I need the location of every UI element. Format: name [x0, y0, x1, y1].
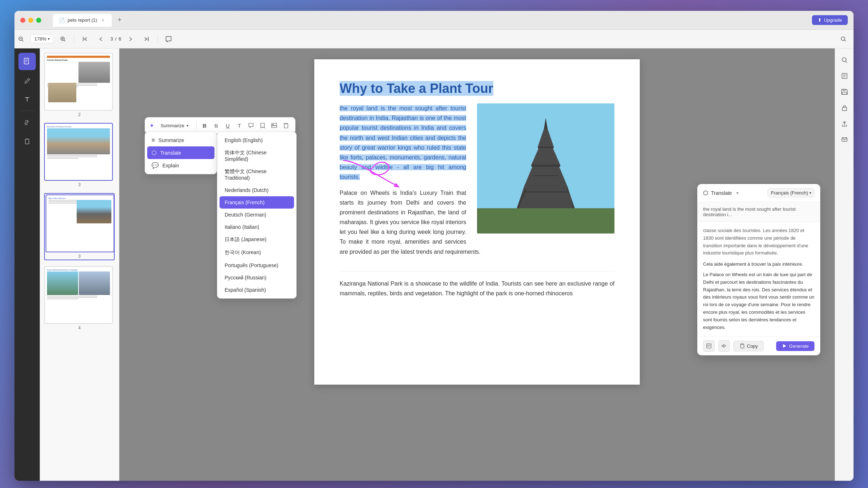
body-paragraph-3: Kaziranga National Park is a showcase to…	[340, 279, 614, 298]
svg-rect-32	[284, 124, 288, 128]
thumbnail-page-4[interactable]: Improve Working Productivity in Using Ap…	[44, 266, 115, 330]
translation-copy-button[interactable]: Copy	[733, 341, 764, 351]
context-menu: ≡ Summarize ⬡ Translate 💬 Explain	[145, 132, 217, 174]
last-page-button[interactable]	[140, 33, 153, 46]
sidebar-pages-button[interactable]	[18, 53, 36, 70]
thumbnail-page-2[interactable]: Animals Helping People 2	[44, 53, 115, 117]
translation-input: the royal land is the most sought after …	[697, 202, 820, 222]
document-area[interactable]: Why to Take a Plant Tour	[119, 48, 835, 481]
svg-rect-15	[25, 139, 29, 144]
upgrade-icon: ⬆	[818, 17, 822, 23]
translation-panel: ⬡ Translate ▾ Français (French) ▾ the ro…	[697, 184, 820, 355]
lang-chinese-simplified[interactable]: 简体中文 (Chinese Simplified)	[220, 146, 294, 165]
tab-close-button[interactable]: ×	[100, 17, 106, 23]
toolbar-divider-2	[157, 35, 158, 43]
prev-page-button[interactable]	[94, 33, 107, 46]
eiffel-tower-image	[477, 103, 614, 234]
lang-chinese-traditional[interactable]: 繁體中文 (Chinese Traditional)	[220, 165, 294, 184]
right-lock-button[interactable]	[837, 100, 852, 115]
translation-audio-icon[interactable]	[718, 340, 730, 352]
thumbnail-page-2-label: 2	[44, 112, 115, 117]
document-page: Why to Take a Plant Tour	[314, 59, 640, 385]
translate-panel-icon: ⬡	[703, 189, 708, 196]
explain-icon: 💬	[152, 162, 159, 169]
close-button[interactable]	[20, 18, 25, 23]
svg-rect-46	[842, 92, 847, 94]
lang-korean[interactable]: 한국어 (Korean)	[220, 246, 294, 259]
translation-text-icon[interactable]	[703, 340, 715, 352]
svg-rect-25	[538, 147, 554, 148]
thumbnail-page-3b-label: 3	[46, 254, 113, 259]
context-summarize[interactable]: ≡ Summarize	[147, 134, 214, 146]
context-translate[interactable]: ⬡ Translate	[147, 146, 214, 159]
image-format-button[interactable]	[269, 120, 279, 130]
search-toolbar-button[interactable]	[837, 33, 850, 46]
sidebar-clipboard-button[interactable]	[18, 133, 36, 150]
lang-french[interactable]: Français (French)	[220, 196, 294, 209]
comment-toolbar-button[interactable]	[162, 33, 175, 46]
sidebar-text-button[interactable]	[18, 90, 36, 108]
lang-german[interactable]: Deutsch (German)	[220, 209, 294, 221]
svg-rect-23	[531, 165, 560, 167]
active-tab[interactable]: 📄 pets report (1) ×	[53, 14, 112, 27]
lang-italian[interactable]: Italiano (Italian)	[220, 221, 294, 233]
lang-select-arrow: ▾	[809, 191, 811, 195]
translation-footer: Copy Generate	[697, 336, 820, 355]
right-share-button[interactable]	[837, 116, 852, 131]
translation-output: classe sociale des touristes. Les années…	[697, 222, 820, 336]
context-explain[interactable]: 💬 Explain	[147, 159, 214, 172]
lang-portuguese[interactable]: Português (Portuguese)	[220, 259, 294, 271]
translation-language-select[interactable]: Français (French) ▾	[767, 188, 814, 197]
titlebar: 📄 pets report (1) × + ⬆ Upgrade	[14, 11, 854, 30]
svg-rect-21	[524, 187, 567, 189]
zoom-in-button[interactable]	[56, 33, 69, 46]
thumbnails-panel: Animals Helping People 2 A	[40, 48, 119, 481]
toolbar-divider-1	[74, 35, 74, 43]
comment-format-button[interactable]	[246, 120, 256, 130]
zoom-display[interactable]: 178% ▾	[30, 34, 54, 43]
document-heading: Why to Take a Plant Tour	[340, 81, 614, 96]
minimize-button[interactable]	[28, 18, 33, 23]
svg-line-10	[844, 40, 846, 41]
lang-russian[interactable]: Русский (Russian)	[220, 271, 294, 284]
thumbnail-page-4-label: 4	[44, 325, 115, 330]
underline-button[interactable]: U	[223, 120, 233, 130]
translation-header: ⬡ Translate ▾ Français (French) ▾	[697, 184, 820, 202]
lang-spanish[interactable]: Español (Spanish)	[220, 284, 294, 296]
toolbar: 178% ▾ 3 / 6	[14, 30, 854, 48]
translation-generate-button[interactable]: Generate	[776, 341, 814, 351]
lang-dutch[interactable]: Nederlands (Dutch)	[220, 184, 294, 196]
translation-text-1: classe sociale des touristes. Les années…	[703, 227, 814, 257]
bookmark-button[interactable]	[258, 120, 268, 130]
svg-marker-38	[783, 344, 786, 348]
translation-text-2: Cela aide également à trouver la paix in…	[703, 261, 814, 268]
lang-japanese[interactable]: 日本語 (Japanese)	[220, 233, 294, 246]
right-pages-button[interactable]	[837, 69, 852, 83]
traffic-lights	[20, 18, 41, 23]
right-search-button[interactable]	[837, 53, 852, 67]
summarize-button[interactable]: Summarize ▾	[156, 121, 193, 130]
thumbnail-page-3b[interactable]: Why to Take a Plant Tour 3	[44, 193, 115, 260]
first-page-button[interactable]	[78, 33, 92, 46]
next-page-button[interactable]	[124, 33, 137, 46]
bold-format-button[interactable]: B	[200, 120, 210, 130]
text-style-button[interactable]: T	[234, 120, 244, 130]
right-save-button[interactable]	[837, 85, 852, 99]
zoom-out-button[interactable]	[14, 33, 27, 46]
upgrade-button[interactable]: ⬆ Upgrade	[812, 15, 848, 25]
svg-rect-11	[24, 58, 29, 64]
page-navigation: 3 / 6	[110, 36, 121, 42]
left-sidebar	[14, 48, 40, 481]
sidebar-annotate-button[interactable]	[18, 72, 36, 89]
thumbnail-page-3[interactable]: A Key Phase the History of Tourism 3	[44, 123, 115, 187]
right-mail-button[interactable]	[837, 132, 852, 147]
svg-rect-30	[272, 123, 277, 128]
sidebar-divider	[20, 111, 34, 111]
sidebar-link-button[interactable]	[18, 114, 36, 131]
svg-rect-34	[707, 344, 711, 348]
maximize-button[interactable]	[36, 18, 41, 23]
strikethrough-button[interactable]: S	[211, 120, 221, 130]
add-tab-button[interactable]: +	[115, 15, 125, 25]
copy-format-button[interactable]	[281, 120, 291, 130]
lang-english[interactable]: English (English)	[220, 134, 294, 146]
